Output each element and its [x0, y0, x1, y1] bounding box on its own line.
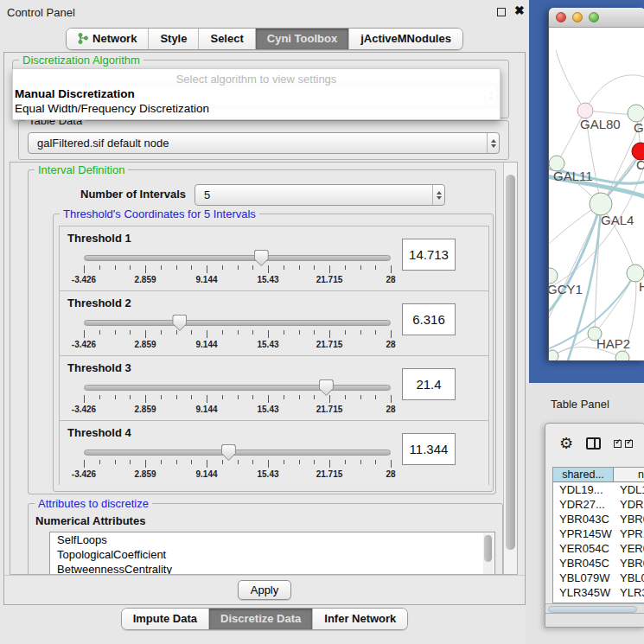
settings-scrollbar-thumb[interactable] [506, 175, 515, 550]
close-traffic-light-icon[interactable] [556, 12, 566, 22]
number-of-intervals-label: Number of Intervals [80, 188, 186, 201]
number-of-intervals-combobox[interactable]: 5 [194, 184, 445, 206]
threshold-panel-1: Threshold 1-3.4262.8599.14415.4321.71528… [60, 226, 488, 291]
threshold-label: Threshold 1 [67, 232, 131, 245]
node-label: HAP2 [596, 336, 630, 351]
tab-network[interactable]: Network [67, 29, 148, 49]
threshold-value-field[interactable]: 6.316 [402, 303, 456, 335]
tab-jactivemnodules[interactable]: jActiveMNodules [348, 29, 462, 49]
cell-name: YDL1 [614, 482, 644, 497]
node-label: H [639, 279, 644, 294]
apply-button[interactable]: Apply [238, 580, 292, 600]
table-data-group: Table Data galFiltered.sif default node [18, 120, 509, 160]
tab-impute-data[interactable]: Impute Data [122, 609, 208, 629]
checkbox-icon [614, 440, 622, 448]
cyni-mode-tab-strip: Impute DataDiscretize DataInfer Network [0, 608, 529, 630]
cell-name: YBR0 [614, 512, 644, 526]
threshold-value-field[interactable]: 11.344 [402, 433, 456, 465]
close-icon[interactable]: ✖ [514, 3, 525, 17]
columns-icon[interactable] [586, 437, 601, 450]
network-window[interactable]: GAL80GCGAL11GAL4GCY1HHAP2 [548, 8, 644, 360]
network-graph: GAL80GCGAL11GAL4GCY1HHAP2 [549, 28, 644, 360]
threshold-slider[interactable] [84, 450, 391, 456]
desktop-right: GAL80GCGAL11GAL4GCY1HHAP2 Table Panel ⚙ … [529, 0, 644, 644]
table-data-combobox[interactable]: galFiltered.sif default node [28, 132, 500, 154]
attribute-list-item[interactable]: SelfLoops [50, 532, 494, 547]
attributes-group-title: Attributes to discretize [35, 497, 152, 510]
column-header-shared-name[interactable]: shared... [553, 468, 614, 481]
network-node[interactable] [615, 351, 629, 360]
tab-cyni-toolbox[interactable]: Cyni Toolbox [255, 29, 348, 49]
numerical-attributes-list[interactable]: SelfLoopsTopologicalCoefficientBetweenne… [49, 532, 495, 575]
threshold-value-field[interactable]: 14.713 [402, 239, 456, 271]
tab-style[interactable]: Style [148, 29, 198, 49]
slider-thumb[interactable] [319, 379, 334, 396]
interval-definition-title: Interval Definition [35, 163, 128, 176]
node-label: GAL4 [601, 213, 634, 227]
attribute-list-item[interactable]: TopologicalCoefficient [50, 547, 494, 562]
tab-select[interactable]: Select [198, 29, 254, 49]
combo-spinner-icon[interactable] [487, 133, 499, 153]
table-row[interactable]: YBR043CYBR0 [553, 512, 644, 526]
table-row[interactable]: YER054CYER0 [553, 541, 644, 556]
network-node[interactable] [549, 350, 558, 360]
control-panel-window: Control Panel ✖ NetworkStyleSelectCyni T… [0, 0, 529, 644]
toolbox-tab-strip: NetworkStyleSelectCyni ToolboxjActiveMNo… [0, 28, 529, 50]
apply-row: Apply [4, 575, 525, 604]
slider-thumb[interactable] [254, 250, 269, 266]
dropdown-option[interactable]: Manual Discretization [13, 86, 500, 101]
cell-shared-name: YBL079W [553, 571, 614, 585]
attribute-list-item[interactable]: BetweennessCentrality [50, 562, 494, 575]
settings-scroll-area: Interval Definition Number of Intervals … [10, 162, 518, 575]
attributes-list-scrollbar[interactable] [483, 533, 494, 575]
cell-shared-name: YDL19... [553, 482, 614, 497]
zoom-traffic-light-icon[interactable] [589, 12, 599, 22]
cell-shared-name: YER054C [553, 541, 614, 556]
control-panel-titlebar: Control Panel ✖ [0, 0, 529, 24]
algorithm-dropdown-popup: Select algorithm to view settings Manual… [12, 68, 501, 120]
slider-ticks [84, 395, 391, 404]
node-attribute-table[interactable]: shared...naYDL19...YDL1YDR27...YDR2YBR04… [552, 467, 644, 603]
slider-tick-labels: -3.4262.8599.14415.4321.71528 [84, 340, 391, 350]
slider-thumb[interactable] [172, 315, 187, 331]
settings-scrollbar[interactable] [503, 163, 517, 575]
float-icon[interactable] [497, 8, 506, 16]
minimize-traffic-light-icon[interactable] [572, 12, 583, 22]
select-columns-icon[interactable] [614, 440, 633, 448]
table-row[interactable]: YBR045CYBR0 [553, 556, 644, 571]
cyni-toolbox-panel: Discretization Algorithm Select algorith… [3, 52, 526, 605]
table-horizontal-scrollbar[interactable] [545, 603, 644, 613]
node-label: C [636, 157, 644, 172]
threshold-label: Threshold 4 [67, 426, 131, 439]
table-hscrollbar-thumb[interactable] [548, 606, 637, 613]
slider-ticks [84, 265, 391, 274]
slider-tick-labels: -3.4262.8599.14415.4321.71528 [84, 275, 391, 285]
table-row[interactable]: YDL19...YDL1 [553, 482, 644, 497]
dropdown-option[interactable]: Equal Width/Frequency Discretization [13, 101, 500, 116]
checkbox-icon [625, 440, 633, 448]
gear-icon[interactable]: ⚙ [559, 436, 573, 451]
discretization-algorithm-title: Discretization Algorithm [19, 54, 143, 67]
cell-shared-name: YPR145W [553, 526, 614, 541]
threshold-panel-4: Threshold 4-3.4262.8599.14415.4321.71528… [60, 421, 488, 486]
threshold-label: Threshold 3 [67, 361, 131, 374]
table-row[interactable]: YPR145WYPR1 [553, 526, 644, 541]
network-canvas[interactable]: GAL80GCGAL11GAL4GCY1HHAP2 [549, 28, 644, 360]
slider-thumb[interactable] [221, 444, 236, 461]
threshold-slider[interactable] [84, 320, 391, 326]
attributes-group: Attributes to discretize Numerical Attri… [28, 503, 503, 575]
network-window-titlebar [549, 8, 644, 28]
threshold-value-field[interactable]: 21.4 [402, 368, 456, 400]
tab-discretize-data[interactable]: Discretize Data [208, 609, 312, 629]
combo-spinner-icon[interactable] [432, 185, 444, 205]
node-label: GAL80 [580, 117, 621, 131]
table-row[interactable]: YDR27...YDR2 [553, 497, 644, 512]
threshold-slider[interactable] [84, 255, 391, 261]
tab-infer-network[interactable]: Infer Network [312, 609, 407, 629]
network-node-g[interactable] [628, 105, 644, 122]
thresholds-group: Threshold's Coordinates for 5 Intervals … [53, 214, 494, 492]
column-header-name[interactable]: na [614, 468, 644, 481]
table-row[interactable]: YLR345WYLR3 [553, 585, 644, 600]
table-row[interactable]: YBL079WYBL0 [553, 571, 644, 585]
threshold-slider[interactable] [84, 385, 391, 391]
